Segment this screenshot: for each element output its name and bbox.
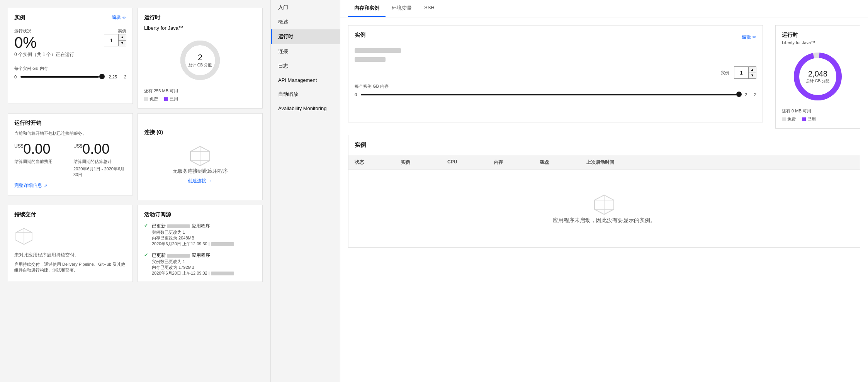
connection-section: 连接 (0) 无服务连接到此应用程序 创建连接 → bbox=[138, 113, 263, 200]
sidebar-item-runtime[interactable]: 运行时 bbox=[271, 29, 340, 44]
activity-detail-2b: 内存已更改为 1792MB bbox=[152, 265, 256, 270]
edit-instance-link-right[interactable]: 编辑 ✏ bbox=[742, 34, 756, 41]
blurred-name-1 bbox=[355, 48, 401, 53]
activity-item: 已更新 应用程序 实例数已更改为 1 内存已更改为 2048MB 2020年6月… bbox=[144, 223, 256, 247]
col-header-last-start: 上次启动时间 bbox=[586, 159, 854, 166]
legend-free-label-left: 免费 bbox=[149, 96, 158, 102]
right-runtime-title: 运行时 bbox=[782, 32, 854, 39]
stepper-up-button[interactable]: ▲ bbox=[119, 34, 126, 41]
sidebar-item-api-management[interactable]: API Management bbox=[271, 73, 340, 87]
cd-title: 持续交付 bbox=[14, 211, 126, 218]
legend-free-dot-left bbox=[144, 97, 148, 101]
legend-used-dot-left bbox=[164, 97, 168, 101]
right-panel: 入门 概述 运行时 连接 日志 API Management 自动缩放 Avai… bbox=[271, 0, 868, 382]
current-amount: 0.00 bbox=[23, 141, 50, 157]
legend-used-label-left: 已用 bbox=[170, 96, 178, 102]
table-empty-state: 应用程序未启动，因此没有要显示的实例。 bbox=[348, 170, 860, 247]
activity-detail-2c: 2020年6月20日 上午12:09:02 | bbox=[152, 270, 256, 276]
stepper-down-button[interactable]: ▼ bbox=[119, 41, 126, 46]
slider-value: 2 bbox=[124, 75, 126, 79]
available-text-right: 还有 0 MB 可用 bbox=[782, 108, 854, 114]
instances-table-title: 实例 bbox=[348, 135, 860, 155]
legend-free-dot-right bbox=[782, 117, 786, 121]
slider-max: 2.25 bbox=[109, 75, 117, 79]
col-header-disk: 磁盘 bbox=[540, 159, 586, 166]
cost-section: 运行时开销 当前和估算开销不包括已连接的服务。 US$0.00 结算周期的当前费… bbox=[8, 113, 133, 195]
sidebar-item-autoscaling[interactable]: 自动缩放 bbox=[271, 87, 340, 102]
activity-item: 已更新 应用程序 bbox=[144, 282, 256, 282]
activity-detail-1a: 实例数已更改为 1 bbox=[152, 229, 256, 235]
donut-label-left: 总计 GB 分配 bbox=[189, 63, 212, 68]
activity-main-text-2: 已更新 bbox=[152, 253, 166, 258]
edit-instance-label-right: 编辑 bbox=[742, 34, 751, 41]
table-empty-text: 应用程序未启动，因此没有要显示的实例。 bbox=[553, 216, 656, 224]
instance-count-input-right[interactable] bbox=[734, 67, 748, 78]
tab-ssh[interactable]: SSH bbox=[418, 0, 441, 17]
cube-icon-cd bbox=[14, 227, 34, 246]
instance-count-input[interactable] bbox=[104, 34, 118, 46]
runtime-card-title: 运行时 bbox=[144, 14, 256, 21]
edit-icon: ✏ bbox=[122, 15, 126, 20]
stepper-up-button-right[interactable]: ▲ bbox=[749, 67, 756, 73]
donut-number-left: 2 bbox=[189, 53, 212, 63]
slider-min-right: 0 bbox=[355, 92, 357, 97]
side-nav: 入门 概述 运行时 连接 日志 API Management 自动缩放 Avai… bbox=[271, 0, 340, 382]
currency-symbol-2: US$ bbox=[73, 143, 82, 149]
tab-env-vars[interactable]: 环境变量 bbox=[386, 0, 418, 17]
sidebar-item-getting-started[interactable]: 入门 bbox=[271, 0, 340, 15]
runtime-donut-left: 2 总计 GB 分配 bbox=[177, 37, 223, 83]
instance-stepper[interactable]: ▲ ▼ bbox=[104, 34, 126, 46]
sidebar-item-logs[interactable]: 日志 bbox=[271, 59, 340, 73]
stepper-down-button-right[interactable]: ▼ bbox=[749, 73, 756, 79]
legend-free-label-right: 免费 bbox=[787, 116, 796, 122]
activity-detail-2a: 实例数已更改为 1 bbox=[152, 259, 256, 265]
activity-section: 活动订阅源 已更新 应用程序 实例数已更改为 1 内存已更改为 2048MB 2… bbox=[138, 205, 263, 282]
estimated-amount: 0.00 bbox=[82, 141, 109, 157]
activity-detail-1b: 内存已更改为 2048MB bbox=[152, 235, 256, 241]
instance-section-title: 实例 bbox=[14, 14, 25, 21]
instances-table-section: 实例 状态 实例 CPU 内存 磁盘 上次启动时间 应用程 bbox=[348, 135, 860, 248]
sidebar-item-overview[interactable]: 概述 bbox=[271, 15, 340, 29]
instance-info-card: 实例 编辑 ✏ 实例 bbox=[348, 25, 763, 122]
col-header-memory: 内存 bbox=[494, 159, 540, 166]
estimated-label: 结算周期的估算总计 bbox=[73, 159, 126, 165]
slider-min: 0 bbox=[14, 75, 17, 79]
cd-empty-text: 未对此应用程序启用持续交付。 bbox=[14, 252, 126, 258]
legend-used-dot-right bbox=[802, 117, 806, 121]
left-panel: 实例 编辑 ✏ 运行状况 0% 0 个实例（共 1 个）正在运行 实例 bbox=[0, 0, 270, 382]
activity-blur-2 bbox=[167, 254, 190, 258]
sidebar-item-connections[interactable]: 连接 bbox=[271, 44, 340, 59]
tab-bar: 内存和实例 环境变量 SSH bbox=[340, 0, 868, 17]
detail-link[interactable]: 完整详细信息 ↗ bbox=[14, 182, 48, 189]
cost-title: 运行时开销 bbox=[14, 120, 126, 127]
activity-type-1: 应用程序 bbox=[192, 223, 210, 229]
edit-icon-right: ✏ bbox=[752, 34, 756, 40]
create-connection-link[interactable]: 创建连接 → bbox=[188, 178, 212, 184]
col-header-status: 状态 bbox=[355, 159, 401, 166]
donut-label-right: 总计 GB 分配 bbox=[806, 78, 829, 84]
right-runtime-name: Liberty for Java™ bbox=[782, 40, 854, 45]
memory-label: 每个实例 GB 内存 bbox=[14, 66, 126, 71]
edit-instance-link[interactable]: 编辑 ✏ bbox=[112, 14, 126, 21]
instance-label-right2: 实例 bbox=[721, 70, 729, 76]
external-icon: ↗ bbox=[44, 183, 48, 188]
main-content: 内存和实例 环境变量 SSH 实例 编辑 ✏ bbox=[340, 0, 868, 382]
currency-symbol-1: US$ bbox=[14, 143, 23, 149]
cd-section: 持续交付 未对此应用程序启用持续交付。 启用持续交付，通过使用 Delivery… bbox=[8, 205, 133, 282]
activity-detail-1c: 2020年6月20日 上午12:09:30 | bbox=[152, 241, 256, 247]
sidebar-item-availability-monitoring[interactable]: Availability Monitoring bbox=[271, 102, 340, 115]
right-runtime-card: 运行时 Liberty for Java™ 2,048 总计 GB 分配 bbox=[775, 25, 860, 129]
cube-icon-connection bbox=[189, 144, 212, 168]
connection-title: 连接 (0) bbox=[144, 129, 163, 136]
instance-stepper-right[interactable]: ▲ ▼ bbox=[734, 66, 756, 79]
date-range: 2020年6月1日 - 2020年6月30日 bbox=[73, 166, 126, 178]
col-header-instance: 实例 bbox=[401, 159, 447, 166]
legend-used-label-right: 已用 bbox=[807, 116, 816, 122]
donut-number-right: 2,048 bbox=[806, 70, 829, 78]
blurred-name-2 bbox=[355, 57, 386, 62]
instance-info-title: 实例 bbox=[355, 32, 365, 39]
instance-label-right: 实例 bbox=[104, 28, 126, 34]
activity-item: 已更新 应用程序 实例数已更改为 1 内存已更改为 1792MB 2020年6月… bbox=[144, 252, 256, 276]
current-label: 结算周期的当前费用 bbox=[14, 159, 67, 165]
tab-memory-instances[interactable]: 内存和实例 bbox=[348, 0, 386, 17]
